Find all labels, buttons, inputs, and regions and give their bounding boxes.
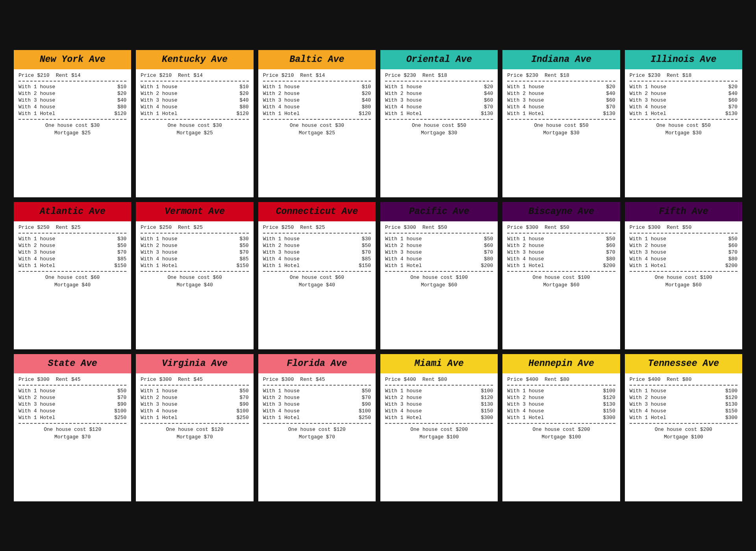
house-label: With 3 house: [630, 249, 722, 255]
card-oriental-ave: Oriental AvePrice $230Rent $18With 1 hou…: [379, 49, 499, 199]
house-value: $20: [477, 84, 493, 90]
house-label: With 2 house: [507, 243, 599, 249]
house-label: With 3 house: [141, 97, 233, 103]
house-label: With 1 Hotel: [507, 111, 599, 117]
house-row: With 4 house$80: [263, 104, 371, 110]
house-label: With 1 house: [630, 388, 722, 394]
card-title-miami-ave: Miami Ave: [384, 359, 494, 369]
house-value: $200: [600, 263, 615, 269]
house-value: $200: [722, 263, 737, 269]
house-label: With 1 Hotel: [263, 111, 355, 117]
house-row: With 1 Hotel$200: [507, 263, 615, 269]
house-value: $10: [233, 84, 249, 90]
house-row: With 4 house$80: [19, 104, 126, 110]
house-value: $50: [722, 236, 737, 242]
price-rent-hennepin-ave: Price $400Rent $80: [507, 377, 615, 382]
house-label: With 1 house: [263, 236, 355, 242]
house-row: With 4 house$150: [630, 408, 737, 414]
house-label: With 2 house: [263, 395, 355, 401]
house-row: With 1 house$10: [263, 84, 371, 90]
price-rent-new-york-ave: Price $210Rent $14: [19, 72, 126, 78]
card-header-indiana-ave: Indiana Ave: [502, 50, 620, 70]
house-row: With 1 Hotel$250: [263, 415, 371, 421]
house-row: With 4 house$100: [141, 408, 248, 414]
house-row: With 1 house$100: [630, 388, 737, 394]
card-miami-ave: Miami AvePrice $400Rent $80With 1 house$…: [379, 353, 499, 503]
divider-bottom: [141, 271, 248, 272]
price-label: Price $400: [385, 377, 416, 382]
card-body-miami-ave: Price $400Rent $80With 1 house$100With 2…: [380, 373, 498, 501]
card-header-miami-ave: Miami Ave: [380, 354, 498, 374]
house-value: $130: [477, 401, 493, 407]
house-label: With 2 house: [507, 91, 599, 96]
house-value: $50: [355, 243, 371, 249]
price-rent-vermont-ave: Price $250Rent $25: [141, 224, 248, 230]
house-value: $150: [111, 263, 126, 269]
card-body-baltic-ave: Price $210Rent $14With 1 house$10With 2 …: [258, 69, 376, 197]
card-body-atlantic-ave: Price $250Rent $25With 1 house$30With 2 …: [14, 221, 131, 349]
house-row: With 2 house$20: [19, 91, 126, 96]
house-value: $250: [355, 415, 371, 421]
price-label: Price $210: [263, 72, 294, 78]
price-rent-illinois-ave: Price $230Rent $18: [630, 72, 737, 78]
house-label: With 1 house: [507, 388, 599, 394]
house-value: $10: [355, 84, 371, 90]
divider-bottom: [19, 119, 126, 120]
house-value: $60: [600, 97, 615, 103]
house-label: With 1 house: [385, 84, 477, 90]
house-label: With 1 Hotel: [19, 415, 111, 421]
divider-top: [630, 81, 737, 82]
house-row: With 3 house$70: [507, 249, 615, 255]
house-label: With 2 house: [507, 395, 599, 401]
house-value: $60: [722, 243, 737, 249]
house-row: With 3 house$70: [263, 249, 371, 255]
card-header-biscayne-ave: Biscayne Ave: [502, 202, 620, 222]
price-label: Price $250: [141, 224, 172, 230]
house-label: With 4 house: [263, 256, 355, 262]
house-row: With 3 house$90: [19, 401, 126, 407]
house-value: $300: [600, 415, 615, 421]
card-title-virginia-ave: Virginia Ave: [140, 359, 249, 369]
footer-virginia-ave: One house cost $120Mortgage $70: [141, 426, 248, 441]
price-label: Price $400: [507, 377, 538, 382]
house-label: With 4 house: [19, 256, 111, 262]
card-header-fifth-ave: Fifth Ave: [625, 202, 742, 222]
house-row: With 4 house$80: [507, 256, 615, 262]
house-row: With 3 house$70: [19, 249, 126, 255]
house-row: With 4 house$100: [263, 408, 371, 414]
card-title-pacific-ave: Pacific Ave: [384, 207, 494, 217]
house-value: $40: [111, 97, 126, 103]
house-row: With 1 house$50: [141, 388, 248, 394]
card-title-illinois-ave: Illinois Ave: [629, 55, 738, 65]
house-label: With 2 house: [385, 243, 477, 249]
house-value: $90: [111, 401, 126, 407]
house-label: With 4 house: [630, 256, 722, 262]
house-value: $150: [722, 408, 737, 414]
house-row: With 3 house$130: [630, 401, 737, 407]
house-row: With 3 house$60: [385, 97, 493, 103]
rent-label: Rent $50: [667, 224, 691, 230]
card-title-florida-ave: Florida Ave: [262, 359, 372, 369]
house-label: With 3 house: [141, 401, 233, 407]
house-value: $30: [111, 236, 126, 242]
house-value: $40: [355, 97, 371, 103]
house-row: With 1 house$20: [385, 84, 493, 90]
divider-bottom: [385, 119, 493, 120]
divider-top: [263, 385, 371, 386]
card-connecticut-ave: Connecticut AvePrice $250Rent $25With 1 …: [257, 201, 377, 351]
card-header-illinois-ave: Illinois Ave: [625, 50, 742, 70]
house-value: $100: [355, 408, 371, 414]
house-value: $70: [722, 104, 737, 110]
house-value: $120: [477, 395, 493, 401]
card-body-pacific-ave: Price $300Rent $50With 1 house$50With 2 …: [380, 221, 498, 349]
house-value: $60: [600, 243, 615, 249]
house-row: With 4 house$85: [19, 256, 126, 262]
rent-label: Rent $18: [667, 72, 691, 78]
house-value: $85: [233, 256, 249, 262]
house-value: $85: [111, 256, 126, 262]
house-label: With 4 house: [385, 408, 477, 414]
house-label: With 1 Hotel: [19, 263, 111, 269]
price-rent-connecticut-ave: Price $250Rent $25: [263, 224, 371, 230]
house-row: With 1 Hotel$300: [630, 415, 737, 421]
divider-bottom: [630, 119, 737, 120]
